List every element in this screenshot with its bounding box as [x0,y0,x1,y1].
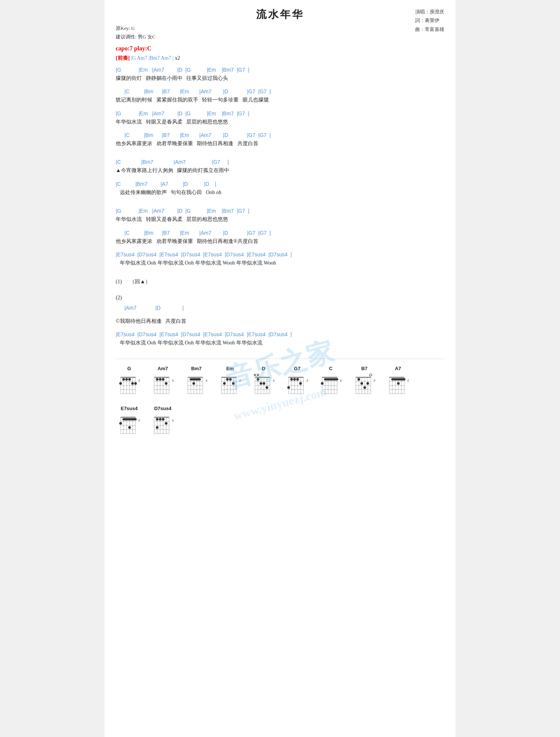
chord-svg-Em: 8 [219,373,241,399]
section-chorus1: |C |Bm7 |Am7 |G7 |▲今宵微寒路上行人匆匆 朦胧的街灯孤立在雨中 [116,158,444,175]
chord-diagram-E7sus4: E7sus48 [116,406,143,439]
chord-name-E7sus4: E7sus4 [121,406,138,411]
lyric-line-verse2b: 他乡风寒露更浓 劝君早晚要保重 期待他日再相逢 共度白首 [116,140,444,148]
svg-text:8: 8 [206,379,207,382]
chord-line-verse2: |G |Em |Am7 |D |G |Em |Bm7 |G7 | [116,110,444,118]
chord-name-Bm7: Bm7 [191,366,202,371]
chord-svg-G7: 8 [286,373,308,399]
section-section2_chords: |Am7 |D | [116,304,444,312]
page: 音乐之家 www.yinyuezj.com 流水年华 原Key: G 建议调性:… [105,0,455,737]
lyric-line-verse2: 年华似水流 转眼又是春风柔 层层的相思也悠悠 [116,118,444,126]
svg-point-139 [370,374,372,376]
svg-point-106 [287,386,290,389]
chord-name-Am7: Am7 [158,366,168,371]
chord-name-G7: G7 [294,366,300,371]
svg-point-138 [364,386,366,389]
svg-point-32 [156,378,159,381]
chord-line-verse1: |G |Em |Am7 |D |G |Em |Bm7 |G7 | [116,66,444,74]
svg-text:8: 8 [139,419,140,422]
chord-line-verse3: |G |Em |Am7 |D |G |Em |Bm7 |G7 | [116,207,444,215]
song-title: 流水年华 [116,7,444,22]
chord-diagram-section: G8Am78Bm78Em8D8G78C8B78A76E7sus48D7sus48 [116,359,444,439]
chord-diagram-A7: A76 [385,366,411,399]
chord-line-chorus1: |C |Bm7 |Am7 |G7 | [116,158,444,166]
svg-point-135 [358,378,360,381]
meta-left: 原Key: G 建议调性: 男G 女C [116,24,444,41]
chord-line-section2_chords: |Am7 |D | [116,304,444,312]
chord-diagram-C: C8 [317,366,344,399]
svg-point-121 [321,382,324,385]
lyrics-by: 詞：蒋荣伊 [415,16,444,25]
music-content: |G |Em |Am7 |D |G |Em |Bm7 |G7 |朦胧的街灯 静静… [116,66,444,347]
section-verse3c: |E7sus4 |D7sus4 |E7sus4 |D7sus4 |E7sus4 … [116,251,444,267]
suggested-key: 建议调性: 男G 女C [116,32,444,41]
chord-svg-E7sus4: 8 [118,413,140,439]
lyric-line-verse3c: 年华似水流 Ooh 年华似水流 Ooh 年华似水流 Wooh 年华似水流 Woo… [116,259,444,267]
svg-point-14 [125,378,128,381]
svg-point-18 [134,382,137,385]
chord-svg-G: 8 [118,373,140,399]
svg-text:8: 8 [340,379,342,382]
chord-diagram-G7: G78 [284,366,311,399]
capo-line: capo:7 play:C [116,45,444,52]
chord-diagram-D: D8 [250,366,277,399]
svg-rect-153 [391,378,405,380]
chord-name-A7: A7 [395,366,401,371]
original-key: 原Key: G [116,24,444,32]
chord-name-Em: Em [226,366,234,371]
svg-point-105 [299,382,302,385]
svg-text:8: 8 [374,379,375,382]
svg-point-35 [165,382,168,385]
section-break [116,272,444,278]
lyric-line-chorus1: ▲今宵微寒路上行人匆匆 朦胧的街灯孤立在雨中 [116,166,444,175]
svg-point-16 [119,382,122,385]
svg-point-13 [122,378,125,381]
chord-diagram-Bm7: Bm78 [183,366,210,399]
lyric-line-chorus1b: 远处传来幽幽的歌声 句句在我心田 Ooh oh [116,188,444,197]
svg-text:8: 8 [172,419,174,422]
svg-point-104 [296,378,299,381]
lyric-line-verse1b: 犹记离别的时候 紧紧握住我的双手 轻轻一句多珍重 眼儿也朦胧 [116,96,444,104]
svg-point-65 [229,378,232,381]
svg-point-102 [290,378,293,381]
chord-line-verse1b: |C |Bm |B7 |Em |Am7 |D |G7 |G7 | [116,88,444,96]
chord-line-verse2b: |C |Bm |B7 |Em |Am7 |D |G7 |G7 | [116,131,444,139]
svg-point-83 [263,382,265,385]
section-section2_lyric: ©我期待他日再相逢 共度白首 [116,317,444,325]
section-verse3: |G |Em |Am7 |D |G |Em |Bm7 |G7 |年华似水流 转眼… [116,207,444,224]
svg-point-169 [119,422,122,425]
lyric-line-verse3: 年华似水流 转眼又是春风柔 层层的相思也悠悠 [116,215,444,224]
chord-svg-Am7: 8 [152,373,174,399]
prelude-label: [前奏] [116,55,130,61]
svg-text:8: 8 [239,379,241,382]
svg-point-17 [131,382,134,385]
section-section2b: |E7sus4 |D7sus4 |E7sus4 |D7sus4 |E7sus4 … [116,331,444,347]
svg-point-33 [159,378,162,381]
svg-point-84 [266,386,268,389]
chord-diagram-Em: Em8 [217,366,243,399]
section-verse2: |G |Em |Am7 |D |G |Em |Bm7 |G7 |年华似水流 转眼… [116,110,444,126]
svg-point-154 [397,382,400,385]
section-text-section2_label: (2) [116,294,444,302]
chord-name-D: D [262,366,265,371]
svg-point-15 [128,378,131,381]
chord-svg-D: 8 [253,373,274,399]
svg-point-64 [226,378,229,381]
svg-point-103 [293,378,296,381]
prelude-repeat: x2 [175,55,180,61]
chord-svg-B7: 8 [354,373,375,399]
header-area: 流水年华 原Key: G 建议调性: 男G 女C 演唱：庾澄庆 詞：蒋荣伊 曲：… [116,7,444,41]
section-break [116,153,444,158]
composed-by: 曲：常富喜雄 [415,25,444,34]
section-verse1b: |C |Bm |B7 |Em |Am7 |D |G7 |G7 |犹记离别的时候 … [116,88,444,104]
svg-point-188 [156,426,159,429]
svg-point-184 [156,418,159,421]
chord-name-G: G [127,366,131,371]
chord-name-D7sus4: D7sus4 [154,406,171,411]
svg-rect-49 [190,378,201,380]
svg-point-186 [162,418,165,421]
chord-line-section2b: |E7sus4 |D7sus4 |E7sus4 |D7sus4 |E7sus4 … [116,331,444,338]
chord-diagram-D7sus4: D7sus48 [149,406,176,439]
section-break [116,202,444,207]
svg-point-66 [223,382,226,385]
